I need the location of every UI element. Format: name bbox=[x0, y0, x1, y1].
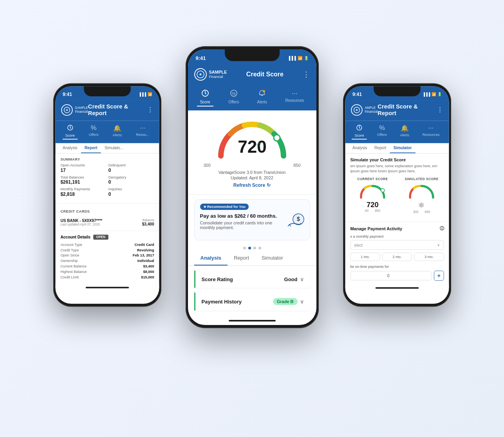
tab-resources-right[interactable]: ··· Resources bbox=[419, 123, 443, 139]
home-bar-right bbox=[375, 287, 418, 289]
offer-title: Pay as low as $262 / 60 months. bbox=[200, 213, 280, 219]
sub-tab-analysis-center[interactable]: Analysis bbox=[194, 251, 228, 265]
left-screen-content: 9:41 ▐▐▐ 📶 bbox=[55, 86, 159, 304]
detail-label-4: Current Balance bbox=[60, 264, 86, 268]
account-status-badge: OPEN bbox=[93, 235, 108, 240]
header-title-left: Credit Score & Report bbox=[88, 103, 146, 116]
offer-card[interactable]: ★ Recommended for You Pay as low as $262… bbox=[194, 199, 310, 240]
month-btn-2[interactable]: 2 mo. bbox=[382, 253, 412, 261]
tab-resources-center[interactable]: ··· Resources bbox=[282, 88, 307, 107]
dot-1[interactable] bbox=[243, 247, 246, 249]
card-balance-area: Balance $3,400 bbox=[142, 218, 154, 226]
info-icon[interactable]: ⓘ bbox=[439, 226, 444, 232]
sub-tab-simulator-left[interactable]: Simulato... bbox=[101, 143, 126, 153]
tab-score-label-right: Score bbox=[354, 134, 364, 137]
time-center: 9:41 bbox=[196, 55, 206, 61]
notch-center bbox=[225, 49, 280, 61]
simulated-score-mini: SIMULATED SCORE ⚛ 300 850 bbox=[399, 177, 444, 214]
analysis-content: Score Rating Good ∨ Payment History Grad… bbox=[188, 266, 316, 317]
dot-4[interactable] bbox=[258, 247, 261, 249]
detail-row-6: Credit Limit $15,000 bbox=[60, 275, 154, 279]
payment-activity: Manage Payment Activity ⓘ s a monthly pa… bbox=[345, 222, 449, 284]
simulated-score-gauge bbox=[407, 182, 436, 199]
refresh-score-button[interactable]: Refresh Score ↻ bbox=[196, 182, 309, 188]
sub-tab-report-left[interactable]: Report bbox=[81, 143, 101, 153]
derogatory-value: 0 bbox=[108, 179, 154, 185]
notch-right bbox=[374, 86, 421, 96]
score-icon-left bbox=[67, 125, 73, 133]
tab-alerts-label-center: Alerts bbox=[257, 100, 267, 104]
menu-icon-center[interactable]: ⋮ bbox=[303, 70, 310, 79]
logo-text-right: AMPLE Financial bbox=[365, 106, 378, 114]
tab-offers-left[interactable]: % Offers bbox=[86, 123, 101, 139]
sub-tab-report-right[interactable]: Report bbox=[370, 143, 390, 153]
select-placeholder: elect bbox=[354, 243, 362, 247]
account-details-title: Account Details bbox=[60, 235, 90, 239]
dot-3[interactable] bbox=[253, 247, 256, 249]
detail-row-2: Open Since Feb 13, 2017 bbox=[60, 253, 154, 257]
dot-2[interactable] bbox=[248, 247, 251, 249]
logo-area-left: SAMPLE Financial bbox=[61, 104, 88, 116]
payment-history-grade: Grade B bbox=[273, 298, 298, 305]
month-btn-1[interactable]: 1 mo. bbox=[350, 253, 380, 261]
card-item: US BANK - 5X0X97**** Last updated April … bbox=[55, 215, 159, 231]
card-balance-label: Balance bbox=[142, 218, 154, 222]
tab-nav-center: Score % Offers bbox=[188, 85, 316, 110]
sub-tab-report-center[interactable]: Report bbox=[228, 251, 255, 265]
tab-score-center[interactable]: Score bbox=[197, 88, 213, 107]
resources-icon-left: ··· bbox=[140, 125, 145, 132]
sub-tab-analysis-right[interactable]: Analysis bbox=[349, 143, 370, 153]
current-score-label: CURRENT SCORE bbox=[350, 177, 395, 181]
refresh-label: Refresh Score bbox=[233, 182, 265, 188]
gauge-container: 720 ↑7 bbox=[213, 117, 291, 160]
tab-score-left[interactable]: Score bbox=[62, 123, 78, 139]
delinquent-item: Delinquent 0 bbox=[108, 163, 154, 173]
app-header-left: SAMPLE Financial Credit Score & Report ⋮ bbox=[55, 101, 159, 121]
app-header-right: AMPLE Financial Credit Score & Report ⋮ bbox=[345, 101, 449, 121]
card-header: US BANK - 5X0X97**** Last updated April … bbox=[60, 218, 154, 226]
sub-tab-simulator-right[interactable]: Simulator bbox=[390, 143, 415, 153]
payment-history-item[interactable]: Payment History Grade B ∨ bbox=[194, 293, 310, 311]
tab-alerts-center[interactable]: Alerts bbox=[254, 88, 271, 107]
detail-row-1: Credit Type Revolving bbox=[60, 248, 154, 252]
payment-label-2: ke on-time payments for bbox=[350, 265, 444, 269]
total-balances-item: Total Balances $261,191 bbox=[60, 175, 106, 185]
offers-icon-left: % bbox=[90, 125, 96, 132]
on-time-input[interactable] bbox=[350, 271, 432, 280]
sub-tabs-right: Analysis Report Simulator bbox=[345, 143, 449, 154]
account-details: Account Details OPEN Account Type Credit… bbox=[55, 231, 159, 284]
refresh-icon: ↻ bbox=[267, 182, 271, 188]
tab-resources-label-left: Resou... bbox=[135, 133, 149, 137]
sub-tab-analysis-left[interactable]: Analysis bbox=[59, 143, 81, 153]
status-icons-left: ▐▐▐ 📶 bbox=[138, 92, 152, 96]
tab-score-right[interactable]: Score bbox=[352, 123, 367, 139]
resources-icon-right: ··· bbox=[428, 125, 434, 132]
plus-button[interactable]: + bbox=[434, 271, 444, 281]
tab-offers-center[interactable]: % Offers bbox=[225, 88, 242, 107]
sub-tab-simulator-center[interactable]: Simulator bbox=[255, 251, 289, 265]
score-rating-item[interactable]: Score Rating Good ∨ bbox=[194, 271, 310, 288]
tab-alerts-right[interactable]: 🔔 Alerts bbox=[397, 123, 412, 139]
home-bar-center bbox=[229, 320, 276, 321]
menu-icon-left[interactable]: ⋮ bbox=[147, 106, 154, 114]
card-balance-value: $3,400 bbox=[142, 222, 154, 226]
logo-icon-right bbox=[351, 104, 362, 116]
monthly-payments-label: Monthly Payments bbox=[60, 187, 106, 191]
tab-offers-right[interactable]: % Offers bbox=[374, 123, 390, 139]
svg-text:%: % bbox=[232, 91, 236, 96]
svg-text:↑7: ↑7 bbox=[256, 142, 261, 148]
payment-select[interactable]: elect ∨ bbox=[350, 240, 444, 250]
inquiries-item: Inquiries 0 bbox=[108, 187, 154, 197]
month-btn-3[interactable]: 3 mo. bbox=[414, 253, 444, 261]
card-last-updated: Last updated April 07, 2020 bbox=[60, 223, 102, 226]
logo-icon-center bbox=[194, 68, 207, 81]
tab-alerts-left[interactable]: 🔔 Alerts bbox=[110, 123, 125, 139]
score-icon-right bbox=[356, 125, 363, 133]
center-screen-content: 9:41 ▐▐▐ 📶 🔋 bbox=[188, 49, 316, 325]
menu-icon-right[interactable]: ⋮ bbox=[437, 106, 443, 114]
tab-resources-left[interactable]: ··· Resou... bbox=[133, 123, 152, 139]
credit-cards-title: CREDIT CARDS bbox=[55, 206, 159, 215]
detail-row-0: Account Type Credit Card bbox=[60, 242, 154, 246]
wifi-icon-right: 📶 bbox=[432, 92, 436, 96]
alerts-icon-center bbox=[258, 89, 266, 99]
